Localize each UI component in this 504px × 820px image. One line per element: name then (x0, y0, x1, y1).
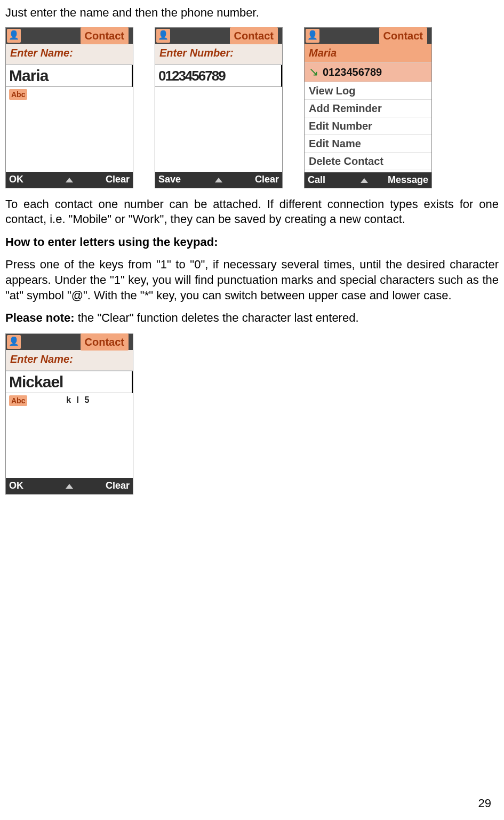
softkey-save[interactable]: Save (155, 173, 197, 186)
note-text: the "Clear" function deletes the charact… (75, 311, 359, 324)
screen-title: Contact (81, 333, 129, 351)
contact-icon: 👤 (306, 29, 319, 43)
note-label: Please note: (5, 311, 75, 324)
softkey-clear[interactable]: Clear (91, 480, 133, 492)
contact-number: 0123456789 (323, 65, 382, 79)
selected-number-row[interactable]: ↘ 0123456789 (305, 62, 431, 83)
phone-screen-contact-menu: 👤 Contact Maria ↘ 0123456789 View Log Ad… (304, 27, 432, 188)
softkey-nav-icon[interactable] (345, 174, 385, 186)
name-input-value[interactable]: Maria (6, 65, 133, 87)
titlebar: 👤 Contact (6, 28, 133, 44)
paragraph-keypad: Press one of the keys from "1" to "0", i… (5, 257, 499, 303)
softkey-nav-icon[interactable] (197, 173, 239, 186)
input-mode-row: Abc (6, 87, 133, 102)
titlebar: 👤 Contact (155, 28, 282, 44)
heading-keypad: How to enter letters using the keypad: (5, 235, 499, 250)
screen-title: Contact (379, 27, 427, 44)
abc-indicator: Abc (9, 395, 27, 406)
softkey-message[interactable]: Message (385, 174, 431, 186)
screen-title: Contact (81, 27, 129, 44)
field-label-name: Enter Name: (6, 44, 133, 65)
softkey-nav-icon[interactable] (48, 173, 90, 186)
titlebar: 👤 Contact (6, 334, 133, 350)
contact-name-header: Maria (305, 44, 431, 62)
phone-screen-enter-number: 👤 Contact Enter Number: 0123456789 Save … (155, 27, 283, 188)
softkeys: OK Clear (6, 478, 133, 494)
softkey-call[interactable]: Call (305, 174, 345, 186)
menu-view-log[interactable]: View Log (305, 82, 431, 100)
softkey-ok[interactable]: OK (6, 480, 48, 492)
menu-edit-name[interactable]: Edit Name (305, 135, 431, 153)
contact-icon: 👤 (7, 29, 21, 43)
abc-indicator: Abc (9, 89, 27, 100)
key-hint: k l 5 (66, 395, 91, 406)
menu-edit-number[interactable]: Edit Number (305, 117, 431, 135)
softkey-clear[interactable]: Clear (240, 173, 282, 186)
number-input-value[interactable]: 0123456789 (155, 65, 282, 87)
field-label-number: Enter Number: (155, 44, 282, 65)
input-mode-row: Abc k l 5 (6, 393, 133, 408)
titlebar: 👤 Contact (305, 28, 431, 44)
softkey-ok[interactable]: OK (6, 173, 48, 186)
phone-screen-mickael: 👤 Contact Enter Name: Mickael Abc k l 5 … (5, 333, 133, 495)
screens-row-top: 👤 Contact Enter Name: Maria Abc OK Clear… (5, 27, 499, 188)
contact-icon: 👤 (7, 335, 21, 349)
screens-row-bottom: 👤 Contact Enter Name: Mickael Abc k l 5 … (5, 333, 499, 495)
name-input-value[interactable]: Mickael (6, 371, 133, 393)
softkey-nav-icon[interactable] (48, 480, 90, 492)
phone-icon: ↘ (309, 65, 318, 80)
intro-text: Just enter the name and then the phone n… (5, 5, 499, 21)
field-label-name: Enter Name: (6, 350, 133, 371)
empty-body (6, 102, 133, 172)
menu-delete-contact[interactable]: Delete Contact (305, 153, 431, 170)
softkey-clear[interactable]: Clear (91, 173, 133, 186)
paragraph-attach: To each contact one number can be attach… (5, 197, 499, 227)
contact-icon: 👤 (156, 29, 170, 43)
screen-title: Contact (230, 27, 278, 44)
empty-body (155, 87, 282, 172)
softkeys: Save Clear (155, 172, 282, 188)
empty-body (6, 408, 133, 478)
softkeys: OK Clear (6, 172, 133, 188)
phone-screen-enter-name: 👤 Contact Enter Name: Maria Abc OK Clear (5, 27, 133, 188)
softkeys: Call Message (305, 172, 431, 187)
paragraph-note: Please note: the "Clear" function delete… (5, 311, 499, 326)
menu-add-reminder[interactable]: Add Reminder (305, 100, 431, 117)
